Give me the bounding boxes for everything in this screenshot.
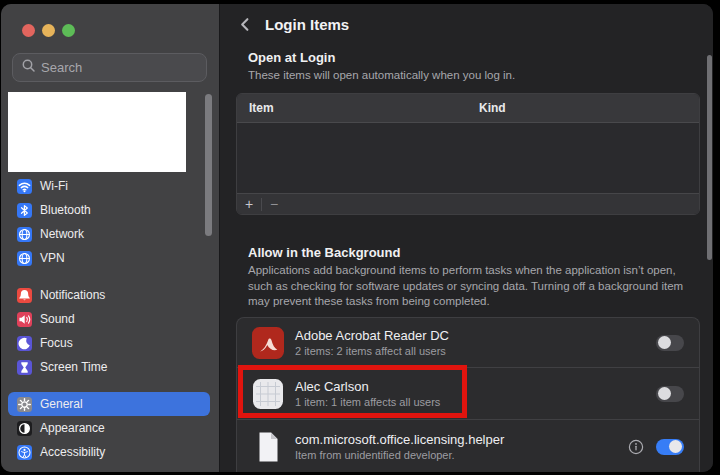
open-at-login-description: These items will open automatically when… — [248, 68, 515, 84]
appearance-contrast-icon — [17, 421, 32, 436]
sidebar-item-label: Appearance — [40, 421, 105, 435]
row-controls — [656, 386, 684, 402]
wifi-icon — [17, 179, 32, 194]
general-gear-icon — [17, 397, 32, 412]
sidebar-item-vpn[interactable]: VPN — [8, 246, 210, 270]
sidebar-item-screen-time[interactable]: Screen Time — [8, 355, 210, 379]
background-item-com-microsoft-office-licensing-helper: com.microsoft.office.licensing.helperIte… — [237, 419, 699, 472]
sidebar-item-sound[interactable]: Sound — [8, 307, 210, 331]
sidebar-item-label: General — [40, 397, 83, 411]
sidebar-item-label: Screen Time — [40, 360, 107, 374]
page-header: Login Items — [237, 16, 349, 33]
row-controls — [656, 335, 684, 351]
background-item-name: Adobe Acrobat Reader DC — [295, 328, 449, 343]
background-item-detail: 2 items: 2 items affect all users — [295, 345, 449, 357]
page-title: Login Items — [265, 16, 349, 33]
sidebar-item-label: Notifications — [40, 288, 105, 302]
toggle-knob — [658, 387, 671, 400]
background-item-adobe-acrobat-reader-dc: Adobe Acrobat Reader DC2 items: 2 items … — [237, 318, 699, 367]
sidebar-item-accessibility[interactable]: Accessibility — [8, 440, 210, 464]
column-header-item[interactable]: Item — [249, 101, 274, 115]
sidebar-item-appearance[interactable]: Appearance — [8, 416, 210, 440]
allow-in-background-heading: Allow in the Background — [248, 245, 400, 260]
info-icon[interactable] — [628, 439, 644, 455]
remove-item-button[interactable]: − — [262, 197, 286, 211]
sidebar: Search Wi-FiBluetoothNetworkVPNNotificat… — [1, 4, 219, 472]
search-input[interactable]: Search — [12, 53, 207, 82]
sidebar-item-general[interactable]: General — [8, 392, 210, 416]
sidebar-nav: Wi-FiBluetoothNetworkVPNNotificationsSou… — [8, 174, 210, 464]
sound-speaker-icon — [17, 312, 32, 327]
adobe-acrobat-icon — [251, 326, 285, 360]
minimize-button[interactable] — [42, 24, 55, 37]
background-item-text: Adobe Acrobat Reader DC2 items: 2 items … — [295, 328, 449, 357]
toggle-knob — [669, 440, 682, 453]
sidebar-item-focus[interactable]: Focus — [8, 331, 210, 355]
background-item-text: com.microsoft.office.licensing.helperIte… — [295, 432, 504, 461]
sidebar-item-bluetooth[interactable]: Bluetooth — [8, 198, 210, 222]
document-icon — [251, 430, 285, 464]
focus-moon-icon — [17, 336, 32, 351]
background-item-name: com.microsoft.office.licensing.helper — [295, 432, 504, 447]
open-at-login-heading: Open at Login — [248, 50, 335, 65]
row-controls — [628, 439, 684, 455]
sidebar-item-label: Wi-Fi — [40, 179, 68, 193]
zoom-button[interactable] — [62, 24, 75, 37]
sidebar-item-label: VPN — [40, 251, 65, 265]
search-icon — [21, 58, 36, 77]
table-footer: + − — [237, 193, 699, 214]
toggle-adobe-acrobat-reader-dc[interactable] — [656, 335, 684, 351]
add-item-button[interactable]: + — [237, 197, 261, 211]
main-scrollbar[interactable] — [707, 55, 712, 260]
screen-time-hourglass-icon — [17, 360, 32, 375]
login-items-table: Item Kind + − — [236, 93, 700, 215]
table-body-empty[interactable] — [237, 123, 699, 193]
accessibility-figure-icon — [17, 445, 32, 460]
toggle-alec-carlson[interactable] — [656, 386, 684, 402]
user-profile-redacted — [8, 92, 186, 172]
sidebar-item-label: Sound — [40, 312, 75, 326]
back-button[interactable] — [237, 16, 254, 33]
sidebar-item-label: Network — [40, 227, 84, 241]
notifications-bell-icon — [17, 288, 32, 303]
search-placeholder: Search — [41, 60, 82, 75]
toggle-com-microsoft-office-licensing-helper[interactable] — [656, 439, 684, 455]
close-button[interactable] — [22, 24, 35, 37]
sidebar-item-wi-fi[interactable]: Wi-Fi — [8, 174, 210, 198]
sidebar-item-label: Bluetooth — [40, 203, 91, 217]
allow-in-background-description: Applications add background items to per… — [248, 263, 700, 310]
sidebar-item-notifications[interactable]: Notifications — [8, 283, 210, 307]
background-item-detail: Item from unidentified developer. — [295, 449, 504, 461]
table-header-row: Item Kind — [237, 94, 699, 123]
network-globe-icon — [17, 227, 32, 242]
sidebar-item-network[interactable]: Network — [8, 222, 210, 246]
sidebar-item-label: Focus — [40, 336, 73, 350]
vpn-globe-icon — [17, 251, 32, 266]
sidebar-item-label: Accessibility — [40, 445, 105, 459]
bluetooth-icon — [17, 203, 32, 218]
toggle-knob — [658, 336, 671, 349]
annotation-highlight-box — [238, 365, 467, 418]
traffic-lights — [22, 24, 75, 37]
column-header-kind[interactable]: Kind — [479, 101, 506, 115]
